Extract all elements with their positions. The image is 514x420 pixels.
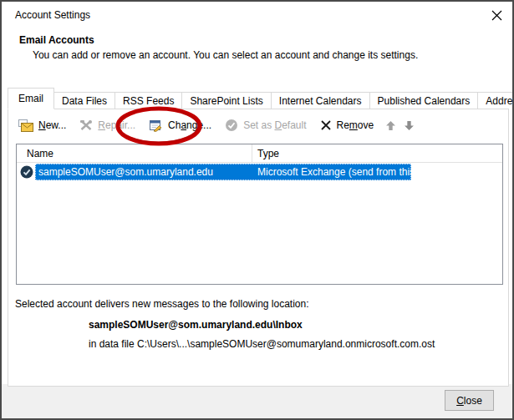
- change-form-icon: [149, 119, 163, 132]
- accounts-list-header: Name Type: [17, 144, 502, 163]
- tab-data-files[interactable]: Data Files: [53, 92, 115, 109]
- column-header-type[interactable]: Type: [257, 148, 279, 159]
- tab-address-books[interactable]: Address Books: [477, 92, 514, 109]
- repair-button[interactable]: Repair...: [73, 115, 142, 135]
- close-button-label: Close: [456, 395, 482, 407]
- account-type: Microsoft Exchange (send from this accou…: [257, 166, 411, 178]
- section-title: Email Accounts: [19, 34, 94, 46]
- change-button-label: Change...: [168, 119, 211, 131]
- window-close-button[interactable]: [484, 3, 509, 27]
- selected-account-highlight: sampleSOMUser@som.umaryland.edu Microsof…: [35, 164, 411, 180]
- new-button[interactable]: New...: [12, 115, 73, 135]
- delivery-location-label: Selected account delivers new messages t…: [15, 298, 309, 310]
- tab-strip: Email Data Files RSS Feeds SharePoint Li…: [8, 88, 514, 109]
- tab-email[interactable]: Email: [8, 88, 54, 109]
- accounts-list: Name Type sampleSOMUser@som.umaryland.ed…: [16, 144, 503, 285]
- tab-internet-calendars[interactable]: Internet Calendars: [271, 92, 370, 109]
- remove-button-label: Remove: [337, 119, 374, 131]
- tab-rss-feeds[interactable]: RSS Feeds: [115, 92, 182, 109]
- reorder-arrows: [385, 120, 415, 131]
- move-up-icon[interactable]: [385, 120, 396, 131]
- new-button-label: New...: [38, 119, 66, 131]
- account-row[interactable]: sampleSOMUser@som.umaryland.edu Microsof…: [17, 164, 502, 181]
- tab-published-calendars[interactable]: Published Calendars: [369, 92, 479, 109]
- close-button[interactable]: Close: [445, 390, 494, 411]
- default-account-check-icon: [20, 165, 33, 181]
- new-envelope-icon: [18, 119, 33, 132]
- section-description: You can add or remove an account. You ca…: [33, 49, 418, 61]
- column-divider[interactable]: [252, 144, 252, 163]
- set-as-default-button[interactable]: Set as Default: [218, 115, 313, 135]
- close-icon: [491, 10, 502, 21]
- remove-button[interactable]: Remove: [313, 115, 381, 135]
- account-name: sampleSOMUser@som.umaryland.edu: [38, 166, 213, 178]
- window-title: Account Settings: [15, 9, 90, 21]
- set-as-default-button-label: Set as Default: [243, 119, 306, 131]
- data-file-path: in data file C:\Users\...\sampleSOMUser@…: [89, 338, 435, 350]
- tab-sharepoint-lists[interactable]: SharePoint Lists: [181, 92, 271, 109]
- column-header-name[interactable]: Name: [27, 148, 53, 159]
- accounts-toolbar: New... Repair...: [12, 114, 415, 136]
- check-circle-icon: [225, 119, 238, 132]
- change-button[interactable]: Change...: [142, 115, 218, 135]
- delivery-inbox-path: sampleSOMUser@som.umaryland.edu\Inbox: [89, 319, 303, 331]
- move-down-icon[interactable]: [404, 120, 415, 131]
- repair-button-label: Repair...: [98, 119, 135, 131]
- account-settings-dialog: Account Settings Email Accounts You can …: [0, 0, 514, 420]
- email-tab-page: New... Repair...: [8, 109, 509, 387]
- remove-x-icon: [320, 119, 332, 131]
- dialog-footer: Close: [2, 384, 512, 418]
- repair-tools-icon: [79, 119, 93, 131]
